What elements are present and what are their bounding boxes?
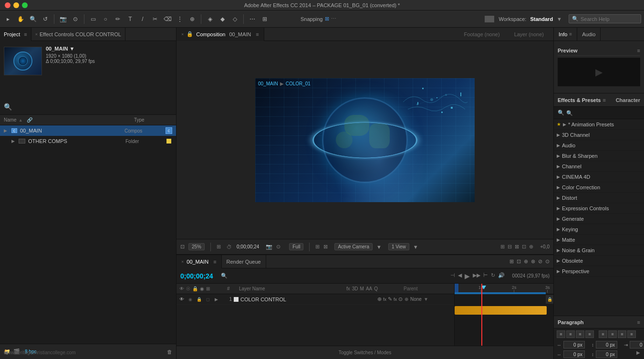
snapping-toggle[interactable]: ⊠ xyxy=(325,16,329,22)
current-time[interactable]: 0;00;00;24 xyxy=(180,272,213,280)
effect-cat-cinema4d[interactable]: ▶ CINEMA 4D xyxy=(554,172,644,182)
search-time-icon[interactable]: 🔍 xyxy=(221,273,228,279)
effect-cat-matte[interactable]: ▶ Matte xyxy=(554,235,644,245)
tl-btn-loop[interactable]: ↻ xyxy=(491,272,495,280)
file-row-othercomps[interactable]: ▶ OTHER COMPS Folder xyxy=(0,136,176,146)
effect-cat-3d[interactable]: ▶ 3D Channel xyxy=(554,130,644,140)
para-align-last-right[interactable]: ≡ xyxy=(618,330,626,338)
layer-bar-main[interactable] xyxy=(455,306,547,315)
breadcrumb-layer[interactable]: COLOR_01 xyxy=(286,81,311,86)
vc-timecode[interactable]: 0;00;00;24 xyxy=(237,244,259,249)
sw-edit[interactable]: ✎ xyxy=(388,296,392,302)
file-row-00main[interactable]: ▶ C 00_MAIN Compos C xyxy=(0,125,176,136)
expand-icon[interactable]: ▶ xyxy=(4,128,9,133)
preview-menu-icon[interactable]: ≡ xyxy=(637,48,640,53)
ptab-close-icon[interactable]: × xyxy=(35,32,38,37)
effect-cat-expression[interactable]: ▶ Expression Controls xyxy=(554,203,644,214)
paragraph-menu-icon[interactable]: ≡ xyxy=(637,319,640,325)
layer-vis-solo[interactable]: ◉ xyxy=(187,296,194,303)
tool-hand[interactable]: ✋ xyxy=(15,14,26,24)
tool-brush[interactable]: / xyxy=(137,14,148,24)
tl-icon-c[interactable]: ⊕ xyxy=(524,258,528,265)
para-space-after[interactable] xyxy=(630,341,644,349)
tab-comp-menu[interactable]: ≡ xyxy=(256,31,259,37)
vc-icon-b[interactable]: ⊟ xyxy=(508,244,512,250)
minimize-button[interactable] xyxy=(13,2,19,8)
tab-composition-00main[interactable]: × 🔒 Composition 00_MAIN ≡ xyxy=(177,28,264,41)
tool-grid[interactable]: ⊞ xyxy=(260,14,270,24)
effect-cat-obsolete[interactable]: ▶ Obsolete xyxy=(554,256,644,266)
breadcrumb-comp[interactable]: 00_MAIN xyxy=(258,81,278,86)
effect-cat-color[interactable]: ▶ Color Correction xyxy=(554,182,644,193)
tab-audio[interactable]: Audio xyxy=(577,28,601,41)
vc-zoom[interactable]: 25% xyxy=(188,243,205,250)
layer-expand[interactable]: ▶ xyxy=(213,296,219,303)
effect-cat-keying[interactable]: ▶ Keying xyxy=(554,224,644,235)
playhead-line[interactable] xyxy=(481,284,482,346)
tool-camera[interactable]: 📷 xyxy=(58,14,68,24)
tl-tab-render[interactable]: Render Queue xyxy=(222,255,266,268)
effect-cat-perspective[interactable]: ▶ Perspective xyxy=(554,266,644,277)
effect-cat-blur[interactable]: ▶ Blur & Sharpen xyxy=(554,151,644,161)
tl-btn-prev[interactable]: ◀ xyxy=(458,272,462,280)
tab-project[interactable]: Project ≡ xyxy=(0,28,31,41)
close-button[interactable] xyxy=(5,2,10,8)
tool-shape3[interactable]: ◇ xyxy=(229,14,240,24)
para-indent-right[interactable] xyxy=(596,341,617,349)
tab-info[interactable]: Info ≡ xyxy=(554,28,577,41)
vc-camera-arrow[interactable]: ▼ xyxy=(376,244,382,250)
layer-tab[interactable]: Layer (none) xyxy=(514,31,544,37)
tl-icon-d[interactable]: ⊗ xyxy=(531,258,535,265)
para-indent-left[interactable] xyxy=(563,341,585,349)
layer-vis-shy[interactable]: ◻ xyxy=(204,296,211,303)
tool-align[interactable]: ⋯ xyxy=(247,14,258,24)
vc-quality[interactable]: Full xyxy=(289,243,303,250)
tool-eraser[interactable]: ⌫ xyxy=(162,14,173,24)
project-bpc[interactable]: 8 bpc xyxy=(25,349,36,354)
vc-icon-e[interactable]: ⊕ xyxy=(529,244,533,250)
tl-icon-b[interactable]: ⊡ xyxy=(517,258,521,265)
para-align-justify[interactable]: ≡ xyxy=(585,330,594,338)
maximize-button[interactable] xyxy=(22,2,28,8)
vc-view[interactable]: 1 View xyxy=(388,243,409,250)
col-sort-icon[interactable]: ▲ xyxy=(19,118,23,123)
tl-icon-e[interactable]: ⊘ xyxy=(538,258,542,265)
effect-cat-generate[interactable]: ▶ Generate xyxy=(554,214,644,224)
project-delete[interactable]: 🗑 xyxy=(167,349,172,355)
search-project[interactable]: 🔍 xyxy=(4,103,12,111)
tl-icon-a[interactable]: ⊞ xyxy=(509,258,514,265)
tool-mask-rect[interactable]: ▭ xyxy=(88,14,98,24)
effects-menu-icon[interactable]: ≡ xyxy=(603,97,606,103)
tool-shape2[interactable]: ◆ xyxy=(217,14,228,24)
parent-value[interactable]: None xyxy=(410,297,422,302)
layer-vis-lock[interactable]: 🔒 xyxy=(196,296,202,303)
para-right-margin[interactable] xyxy=(596,350,617,358)
effect-cat-channel[interactable]: ▶ Channel xyxy=(554,161,644,172)
vc-camera[interactable]: Active Camera xyxy=(334,243,373,250)
tool-mask-ellipse[interactable]: ○ xyxy=(100,14,111,24)
effect-cat-distort[interactable]: ▶ Distort xyxy=(554,193,644,203)
tl-btn-end[interactable]: ⊢ xyxy=(483,272,488,280)
tool-text[interactable]: T xyxy=(125,14,135,24)
search-area[interactable]: 🔍 xyxy=(569,14,641,23)
sw-lock[interactable]: ⊙ xyxy=(398,296,403,302)
search-input[interactable] xyxy=(581,16,638,22)
effect-cat-animation[interactable]: ★ ▶ * Animation Presets xyxy=(554,119,644,130)
project-new-comp[interactable]: 🎬 xyxy=(13,349,20,355)
tl-btn-next[interactable]: ▶▶ xyxy=(473,272,480,280)
tool-pen[interactable]: ✏ xyxy=(113,14,123,24)
tl-close-icon[interactable]: × xyxy=(181,259,184,264)
project-menu-icon[interactable]: ≡ xyxy=(24,31,27,37)
tl-btn-audio[interactable]: 🔊 xyxy=(498,272,505,280)
workspace-dropdown-icon[interactable]: ▼ xyxy=(557,16,562,22)
nav-right[interactable]: ▶ xyxy=(636,350,640,355)
tool-clone[interactable]: ✂ xyxy=(150,14,160,24)
tab-comp-close[interactable]: × xyxy=(181,32,184,37)
nav-left[interactable]: ◀ xyxy=(4,350,8,355)
footage-tab[interactable]: Footage (none) xyxy=(464,31,499,37)
info-menu-icon[interactable]: ≡ xyxy=(569,31,572,37)
tool-select[interactable]: ▸ xyxy=(3,14,13,24)
sw-fx2[interactable]: fx xyxy=(394,297,397,302)
folder-expand[interactable]: ▶ xyxy=(11,139,15,144)
effect-cat-noise[interactable]: ▶ Noise & Grain xyxy=(554,245,644,256)
